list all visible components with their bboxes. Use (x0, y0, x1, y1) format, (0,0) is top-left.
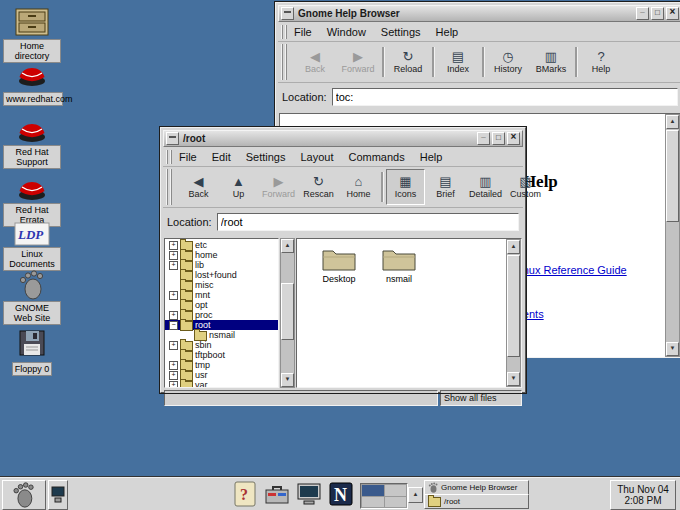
custom-view-button[interactable]: ▧ Custom (506, 169, 545, 205)
expander-icon[interactable] (169, 361, 178, 370)
help-vertical-scrollbar[interactable] (665, 114, 680, 357)
help-launcher[interactable]: ? (230, 480, 260, 508)
clock-applet[interactable]: Thu Nov 04 2:08 PM (610, 480, 676, 510)
expander-icon[interactable] (169, 261, 178, 270)
scrollbar-thumb[interactable] (507, 255, 520, 357)
scroll-down-arrow[interactable] (666, 342, 679, 356)
menu-commands[interactable]: Commands (348, 151, 404, 163)
pager-desktop[interactable] (385, 485, 407, 496)
help-browser-titlebar[interactable]: Gnome Help Browser (278, 5, 680, 22)
expander-icon[interactable] (169, 251, 178, 260)
location-input[interactable] (217, 213, 519, 231)
toolbar-handle[interactable] (281, 44, 289, 80)
desktop-icon-label: GNOME Web Site (4, 302, 60, 324)
config-tool-launcher[interactable] (262, 480, 292, 508)
file-icon-view: Desktop nsmail (296, 238, 522, 388)
menubar-handle[interactable] (281, 25, 289, 39)
menu-file[interactable]: File (179, 151, 197, 163)
fm-statusbar: Show all files (164, 390, 522, 406)
scroll-down-arrow[interactable] (507, 372, 520, 386)
menu-edit[interactable]: Edit (212, 151, 231, 163)
menu-settings[interactable]: Settings (246, 151, 286, 163)
back-icon: ◀ (194, 175, 204, 189)
file-manager-titlebar[interactable]: /root (163, 130, 523, 147)
toolbar-handle[interactable] (166, 169, 174, 205)
menu-layout[interactable]: Layout (300, 151, 333, 163)
index-button[interactable]: ▤ Index (437, 44, 479, 80)
menu-help[interactable]: Help (420, 151, 443, 163)
scrollbar-track[interactable] (281, 253, 294, 373)
minimize-button[interactable] (477, 132, 490, 145)
desktop-icon-redhat-support[interactable]: Red Hat Support (4, 114, 60, 169)
task-button-root[interactable]: /root (424, 494, 529, 509)
maximize-button[interactable] (492, 132, 505, 145)
window-menu-button[interactable] (281, 7, 294, 20)
pager-arrow-button[interactable]: ▲ (408, 487, 423, 503)
expander-icon[interactable] (169, 341, 178, 350)
task-button-help-browser[interactable]: Gnome Help Browser (424, 480, 529, 495)
toolbox-icon (264, 482, 290, 506)
desktop-icon-gnome-web-site[interactable]: GNOME Web Site (4, 270, 60, 325)
up-button[interactable]: ▲ Up (219, 169, 258, 205)
desk-guide-pager[interactable] (360, 483, 408, 509)
window-menu-button[interactable] (166, 132, 179, 145)
folder-item-label: nsmail (375, 274, 423, 284)
scroll-up-arrow[interactable] (507, 240, 520, 254)
desktop-icon-linux-documents[interactable]: LDP Linux Documents (4, 222, 60, 271)
scrollbar-track[interactable] (666, 129, 679, 342)
home-button[interactable]: ⌂ Home (339, 169, 378, 205)
pager-desktop[interactable] (385, 497, 407, 508)
desktop-icon-floppy-0[interactable]: Floppy 0 (4, 328, 60, 376)
close-button[interactable] (666, 7, 679, 20)
expander-icon[interactable] (169, 371, 178, 380)
folder-item-nsmail[interactable]: nsmail (375, 245, 423, 284)
close-button[interactable] (507, 132, 520, 145)
folder-item-desktop[interactable]: Desktop (315, 245, 363, 284)
minimize-button[interactable] (636, 7, 649, 20)
pager-desktop[interactable] (362, 497, 384, 508)
reload-button[interactable]: ↻ Reload (387, 44, 429, 80)
menu-window[interactable]: Window (327, 26, 366, 38)
scrollbar-thumb[interactable] (281, 283, 294, 340)
detailed-view-button[interactable]: ▥ Detailed (466, 169, 505, 205)
help-button[interactable]: ? Help (580, 44, 622, 80)
menu-settings[interactable]: Settings (381, 26, 421, 38)
pager-desktop-active[interactable] (362, 485, 384, 496)
desktop-icon-home-directory[interactable]: Home directory (4, 6, 60, 63)
icons-view-button[interactable]: ▦ Icons (386, 169, 425, 205)
desktop-icon-redhat-errata[interactable]: Red Hat Errata (4, 172, 60, 227)
scroll-up-arrow[interactable] (666, 115, 679, 129)
main-menu-button[interactable] (2, 480, 46, 510)
menubar-handle[interactable] (166, 150, 174, 164)
brief-view-button[interactable]: ▤ Brief (426, 169, 465, 205)
forward-icon: ▶ (274, 175, 284, 189)
scroll-up-arrow[interactable] (281, 239, 294, 253)
expander-icon[interactable] (169, 311, 178, 320)
location-input[interactable] (332, 88, 678, 106)
forward-button[interactable]: ▶ Forward (259, 169, 298, 205)
scrollbar-thumb[interactable] (666, 130, 679, 222)
tree-item-selected[interactable]: root (165, 320, 278, 330)
files-vertical-scrollbar[interactable] (506, 239, 521, 387)
rescan-button[interactable]: ↻ Rescan (299, 169, 338, 205)
netscape-launcher[interactable]: N (326, 480, 356, 508)
bmarks-button[interactable]: ▥ BMarks (530, 44, 572, 80)
desktop-icon-redhat-com[interactable]: www.redhat.com (4, 58, 60, 106)
back-button[interactable]: ◀ Back (179, 169, 218, 205)
expander-icon[interactable] (169, 291, 178, 300)
expander-icon[interactable] (169, 241, 178, 250)
forward-button[interactable]: ▶ Forward (337, 44, 379, 80)
scrollbar-track[interactable] (507, 254, 520, 372)
back-button[interactable]: ◀ Back (294, 44, 336, 80)
history-button[interactable]: ◷ History (487, 44, 529, 80)
menu-help[interactable]: Help (436, 26, 459, 38)
menu-file[interactable]: File (294, 26, 312, 38)
expander-icon[interactable] (169, 321, 178, 330)
scroll-down-arrow[interactable] (281, 373, 294, 387)
monitor-applet[interactable] (48, 480, 68, 510)
terminal-launcher[interactable] (294, 480, 324, 508)
expander-icon[interactable] (169, 381, 178, 389)
tree-vertical-scrollbar[interactable] (280, 238, 295, 388)
maximize-button[interactable] (651, 7, 664, 20)
tree-item[interactable]: var (165, 380, 278, 388)
